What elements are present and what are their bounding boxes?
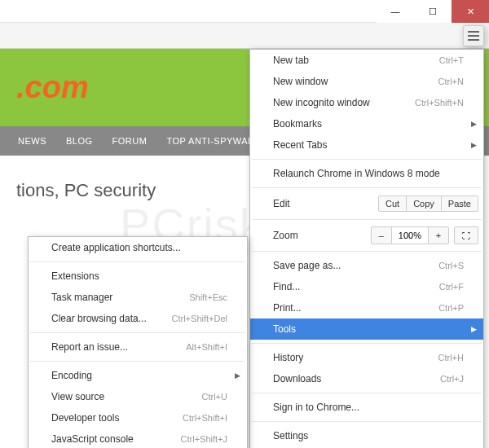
menu-separator	[30, 332, 245, 333]
menu-save-page[interactable]: Save page as...Ctrl+S	[250, 255, 483, 276]
zoom-in-button[interactable]: +	[428, 226, 449, 244]
edit-paste-button[interactable]: Paste	[442, 195, 478, 212]
menu-separator	[252, 421, 482, 422]
submenu-extensions[interactable]: Extensions	[29, 266, 247, 287]
menu-separator	[252, 251, 482, 252]
menu-tools[interactable]: Tools▶	[250, 318, 483, 340]
menu-edit-label: Edit	[273, 198, 378, 209]
tools-submenu: Create application shortcuts... Extensio…	[28, 236, 248, 448]
menu-print[interactable]: Print...Ctrl+P	[250, 297, 483, 318]
menu-recent-tabs[interactable]: Recent Tabs▶	[250, 134, 483, 156]
menu-separator	[252, 187, 482, 188]
menu-find[interactable]: Find...Ctrl+F	[250, 276, 483, 297]
menu-zoom-row: Zoom – 100% + ⛶	[250, 223, 483, 248]
menu-zoom-label: Zoom	[273, 230, 371, 241]
menu-new-tab[interactable]: New tabCtrl+T	[250, 50, 483, 71]
chevron-right-icon: ▶	[471, 325, 477, 333]
window-minimize-button[interactable]: —	[377, 0, 414, 23]
menu-separator	[252, 343, 482, 344]
menu-separator	[252, 393, 482, 393]
menu-bookmarks[interactable]: Bookmarks▶	[250, 113, 483, 134]
browser-toolbar: ☆	[0, 23, 489, 49]
submenu-developer-tools[interactable]: Developer toolsCtrl+Shift+I	[29, 407, 247, 428]
menu-separator	[30, 261, 245, 262]
site-logo: .com	[16, 70, 89, 105]
window-titlebar: — ☐ ✕	[0, 0, 489, 23]
submenu-clear-browsing-data[interactable]: Clear browsing data...Ctrl+Shift+Del	[29, 308, 247, 329]
submenu-view-source[interactable]: View sourceCtrl+U	[29, 386, 247, 407]
submenu-javascript-console[interactable]: JavaScript consoleCtrl+Shift+J	[29, 428, 247, 448]
menu-downloads[interactable]: DownloadsCtrl+J	[250, 368, 483, 389]
menu-new-incognito[interactable]: New incognito windowCtrl+Shift+N	[250, 92, 483, 113]
zoom-out-button[interactable]: –	[371, 226, 392, 244]
chrome-menu-button[interactable]	[463, 25, 484, 46]
chevron-right-icon: ▶	[471, 141, 477, 149]
chevron-right-icon: ▶	[235, 371, 240, 380]
menu-new-window[interactable]: New windowCtrl+N	[250, 71, 483, 92]
edit-cut-button[interactable]: Cut	[378, 195, 407, 212]
submenu-report-issue[interactable]: Report an issue...Alt+Shift+I	[29, 336, 247, 358]
window-maximize-button[interactable]: ☐	[414, 0, 452, 23]
nav-news[interactable]: NEWS	[8, 136, 56, 146]
zoom-value: 100%	[392, 226, 428, 244]
menu-edit-row: Edit Cut Copy Paste	[250, 191, 483, 216]
chevron-right-icon: ▶	[471, 120, 477, 128]
nav-blog[interactable]: BLOG	[56, 136, 103, 146]
menu-separator	[252, 219, 482, 220]
chrome-main-menu: New tabCtrl+T New windowCtrl+N New incog…	[249, 49, 484, 448]
submenu-create-shortcuts[interactable]: Create application shortcuts...	[29, 237, 247, 258]
menu-separator	[30, 361, 245, 362]
fullscreen-button[interactable]: ⛶	[454, 226, 478, 244]
edit-copy-button[interactable]: Copy	[407, 195, 442, 212]
submenu-encoding[interactable]: Encoding▶	[29, 365, 247, 386]
submenu-task-manager[interactable]: Task managerShift+Esc	[29, 287, 247, 308]
menu-separator	[252, 159, 482, 160]
menu-history[interactable]: HistoryCtrl+H	[250, 347, 483, 368]
menu-settings[interactable]: Settings	[250, 425, 483, 446]
hamburger-icon	[468, 31, 479, 41]
nav-forum[interactable]: FORUM	[103, 136, 157, 146]
menu-signin[interactable]: Sign in to Chrome...	[250, 397, 483, 418]
window-close-button[interactable]: ✕	[452, 0, 489, 23]
menu-relaunch-win8[interactable]: Relaunch Chrome in Windows 8 mode	[250, 163, 483, 184]
